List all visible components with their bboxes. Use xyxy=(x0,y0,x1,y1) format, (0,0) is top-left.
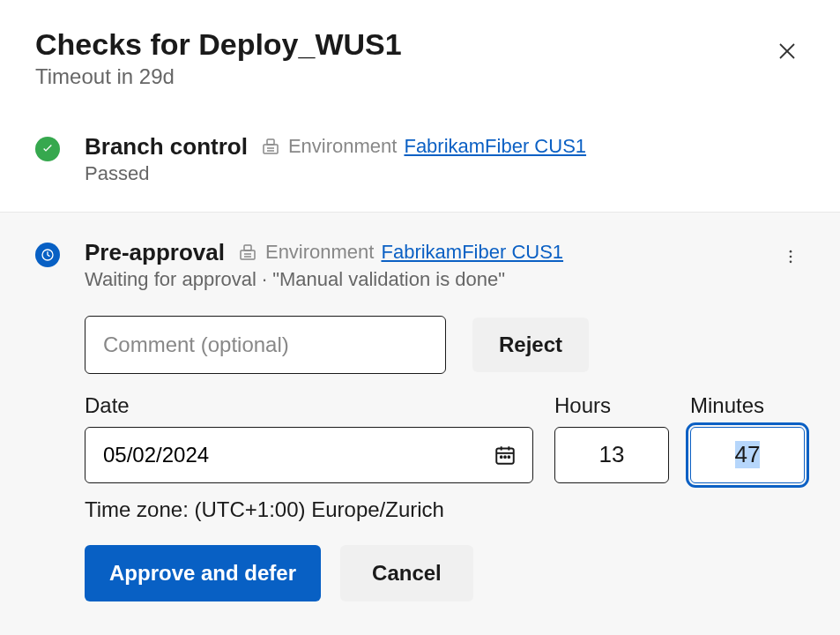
cancel-button[interactable]: Cancel xyxy=(340,545,473,601)
svg-rect-3 xyxy=(267,139,274,145)
hours-label: Hours xyxy=(554,393,669,418)
more-vertical-icon xyxy=(782,248,799,265)
check-item-pre-approval: Pre-approval Environment FabrikamFiber C… xyxy=(0,212,840,635)
approve-and-defer-button[interactable]: Approve and defer xyxy=(85,545,321,601)
minutes-label: Minutes xyxy=(690,393,805,418)
date-picker-button[interactable] xyxy=(478,444,532,467)
date-input[interactable] xyxy=(85,428,478,482)
environment-icon xyxy=(237,242,258,263)
environment-icon xyxy=(260,136,281,157)
environment-link[interactable]: FabrikamFiber CUS1 xyxy=(404,135,586,158)
environment-label: Environment xyxy=(288,135,398,158)
close-icon xyxy=(777,41,798,62)
minutes-input[interactable]: 47 xyxy=(690,427,805,483)
hours-input[interactable]: 13 xyxy=(554,427,669,483)
environment-link[interactable]: FabrikamFiber CUS1 xyxy=(381,241,563,264)
check-status: Passed xyxy=(85,162,805,185)
calendar-icon xyxy=(494,444,517,467)
svg-point-19 xyxy=(504,456,506,458)
check-item-branch-control: Branch control Environment FabrikamFiber… xyxy=(0,133,840,212)
svg-point-18 xyxy=(501,456,502,458)
page-title: Checks for Deploy_WUS1 xyxy=(35,26,769,63)
svg-point-11 xyxy=(790,250,792,253)
svg-rect-8 xyxy=(244,245,251,250)
environment-label: Environment xyxy=(265,241,375,264)
svg-point-13 xyxy=(790,260,792,263)
svg-rect-7 xyxy=(241,250,255,259)
check-status: Waiting for approval · "Manual validatio… xyxy=(85,268,777,291)
more-options-button[interactable] xyxy=(777,243,805,273)
dialog-header: Checks for Deploy_WUS1 Timeout in 29d xyxy=(35,26,805,89)
svg-point-12 xyxy=(790,255,792,258)
check-name: Pre-approval xyxy=(85,239,225,266)
svg-rect-2 xyxy=(264,145,278,153)
status-success-icon xyxy=(35,137,60,161)
reject-button[interactable]: Reject xyxy=(472,318,589,372)
date-input-wrap xyxy=(85,427,533,483)
check-name: Branch control xyxy=(85,133,248,161)
svg-point-20 xyxy=(508,456,509,458)
timezone-text: Time zone: (UTC+1:00) Europe/Zurich xyxy=(85,497,805,522)
close-button[interactable] xyxy=(769,34,805,71)
status-pending-icon xyxy=(35,243,60,267)
date-label: Date xyxy=(85,393,533,418)
comment-input[interactable] xyxy=(85,316,446,374)
timeout-subtitle: Timeout in 29d xyxy=(35,64,769,89)
